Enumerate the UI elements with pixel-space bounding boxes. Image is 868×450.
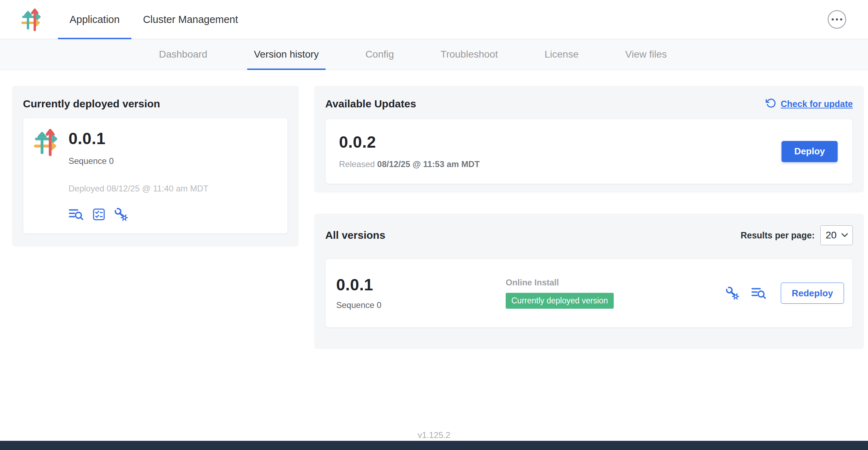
- bottom-bar: [0, 441, 868, 450]
- deployed-version-card: 0.0.1 Sequence 0 Deployed 08/12/25 @ 11:…: [23, 118, 288, 234]
- app-logo-icon: [34, 128, 59, 223]
- updates-card-title: Available Updates: [325, 98, 416, 110]
- check-for-update-link[interactable]: Check for update: [766, 98, 853, 110]
- row-version-number: 0.0.1: [336, 276, 506, 293]
- row-sequence: Sequence 0: [336, 300, 506, 310]
- all-versions-header: All versions Results per page: 20: [325, 225, 853, 245]
- subtab-config[interactable]: Config: [359, 39, 401, 70]
- top-nav-tabs: Application Cluster Management: [58, 0, 250, 39]
- subtab-view-files[interactable]: View files: [618, 39, 673, 70]
- row-status-info: Online Install Currently deployed versio…: [506, 278, 726, 309]
- chevron-down-icon: [841, 233, 848, 238]
- released-timestamp: 08/12/25 @ 11:53 am MDT: [377, 159, 480, 169]
- subtab-version-history[interactable]: Version history: [247, 39, 326, 70]
- more-menu-button[interactable]: [828, 10, 846, 29]
- top-navbar: Application Cluster Management: [0, 0, 868, 39]
- released-line: Released 08/12/25 @ 11:53 am MDT: [339, 159, 480, 169]
- tab-cluster-management[interactable]: Cluster Management: [131, 0, 250, 39]
- diff-icon[interactable]: [751, 286, 766, 300]
- config-icon[interactable]: [726, 286, 739, 300]
- kots-admin-console: Application Cluster Management Dashboard…: [0, 0, 868, 349]
- deployed-timestamp: Deployed 08/12/25 @ 11:40 am MDT: [69, 184, 208, 194]
- refresh-icon: [766, 98, 776, 110]
- deployed-status-badge: Currently deployed version: [506, 293, 614, 309]
- redeploy-button[interactable]: Redeploy: [781, 283, 844, 304]
- deployed-actions: [69, 208, 208, 221]
- subtab-license[interactable]: License: [538, 39, 585, 70]
- all-versions-title: All versions: [325, 229, 385, 241]
- config-icon[interactable]: [114, 208, 128, 221]
- console-version: v1.125.2: [0, 430, 868, 440]
- ellipsis-icon: [831, 18, 843, 20]
- deployed-version-info: 0.0.1 Sequence 0 Deployed 08/12/25 @ 11:…: [69, 130, 208, 223]
- diff-icon[interactable]: [69, 208, 83, 221]
- update-version-row: 0.0.2 Released 08/12/25 @ 11:53 am MDT D…: [325, 119, 853, 184]
- subtab-dashboard[interactable]: Dashboard: [152, 39, 214, 70]
- version-row: 0.0.1 Sequence 0 Online Install Currentl…: [325, 259, 853, 328]
- update-version-number: 0.0.2: [339, 134, 480, 150]
- results-per-page-select[interactable]: 20: [820, 225, 853, 245]
- right-column: Available Updates Check for update: [314, 86, 864, 349]
- app-logo-icon: [21, 0, 42, 39]
- all-versions-card: All versions Results per page: 20: [314, 214, 864, 349]
- deployed-sequence: Sequence 0: [69, 156, 208, 166]
- row-version-info: 0.0.1 Sequence 0: [336, 276, 506, 310]
- main-content: Currently deployed version 0.0: [0, 70, 868, 349]
- install-type: Online Install: [506, 278, 559, 288]
- deploy-button[interactable]: Deploy: [781, 141, 838, 162]
- results-per-page-label: Results per page:: [741, 230, 815, 241]
- preflight-checks-icon[interactable]: [93, 208, 105, 221]
- released-label: Released: [339, 159, 375, 169]
- deployed-card-title: Currently deployed version: [23, 98, 288, 110]
- results-per-page-value: 20: [826, 230, 837, 241]
- check-for-update-label: Check for update: [781, 99, 853, 109]
- available-updates-card: Available Updates Check for update: [314, 86, 864, 193]
- app-subnav: Dashboard Version history Config Trouble…: [0, 39, 868, 70]
- updates-card-header: Available Updates Check for update: [325, 98, 853, 110]
- currently-deployed-card: Currently deployed version 0.0: [12, 86, 299, 247]
- deployed-version-number: 0.0.1: [69, 130, 208, 147]
- row-actions: [726, 286, 766, 300]
- results-per-page: Results per page: 20: [741, 225, 853, 245]
- subtab-troubleshoot[interactable]: Troubleshoot: [434, 39, 505, 70]
- update-version-info: 0.0.2 Released 08/12/25 @ 11:53 am MDT: [339, 134, 480, 169]
- tab-application[interactable]: Application: [58, 0, 131, 39]
